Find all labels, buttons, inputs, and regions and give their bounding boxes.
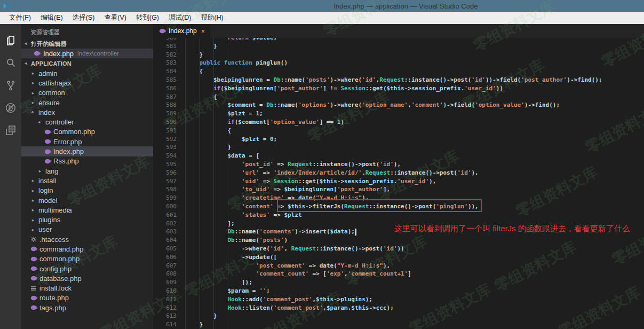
code-line: 587 {: [153, 93, 644, 101]
tree-item-label: .htaccess: [39, 236, 69, 244]
line-number: 613: [153, 312, 177, 320]
tree-folder-multimedia[interactable]: ▸multimedia: [21, 205, 153, 215]
tree-file-config-php[interactable]: config.php: [21, 264, 153, 273]
tree-folder-ensure[interactable]: ▸ensure: [21, 98, 153, 107]
code-line: 604 Db::name('posts'): [153, 236, 644, 245]
tree-item-label: user: [38, 225, 52, 233]
php-file-icon: [30, 266, 37, 271]
tree-item-label: install: [38, 177, 56, 185]
tree-file-rss-php[interactable]: Rss.php: [21, 156, 153, 166]
menu-item[interactable]: 帮助(H): [196, 12, 228, 24]
tree-item-label: catfishajax: [38, 79, 71, 87]
chevron-expanded-icon: ▸: [22, 40, 31, 48]
code-line: 581 }: [153, 42, 644, 51]
line-number: 597: [153, 177, 177, 186]
code-line: 610 $param = '';: [153, 287, 644, 295]
code-line: 580 return $value;: [153, 38, 644, 42]
code-line: 607 'post_comment' => date("Y-m-d H:i:s"…: [153, 262, 644, 270]
line-number: 589: [153, 109, 177, 118]
code-line: 613 }: [153, 312, 644, 320]
chevron-collapsed-icon: ▸: [30, 80, 36, 85]
tree-file-common-php[interactable]: common.php: [21, 254, 153, 264]
tree-item-label: plugins: [38, 216, 60, 224]
code-line: 583 public function pinglun(): [153, 59, 644, 67]
tree-file-common-php[interactable]: Common.php: [21, 127, 153, 137]
tree-folder-catfishajax[interactable]: ▸catfishajax: [21, 78, 153, 88]
line-number: 599: [153, 194, 177, 202]
tree-folder-common[interactable]: ▸common: [21, 88, 153, 98]
search-icon[interactable]: [0, 52, 21, 74]
tree-folder-admin[interactable]: ▸admin: [21, 68, 153, 78]
line-number: 596: [153, 169, 177, 177]
menu-item[interactable]: 转到(G): [131, 12, 164, 24]
php-file-icon: [30, 305, 37, 310]
menu-item[interactable]: 文件(F): [4, 12, 36, 24]
php-file-icon: [44, 159, 51, 164]
code-line: 614 }: [153, 320, 644, 329]
php-file-icon: [158, 28, 166, 34]
menu-item[interactable]: 选择(S): [68, 12, 100, 24]
code-line: 595 'post_id' => Request::instance()->po…: [153, 160, 644, 169]
tree-folder-model[interactable]: ▸model: [21, 195, 153, 205]
tree-folder-plugins[interactable]: ▸plugins: [21, 215, 153, 224]
tree-item-label: Rss.php: [53, 157, 79, 165]
debug-icon[interactable]: [0, 97, 21, 119]
code-editor[interactable]: 580 return $value;581 }582 }583 public f…: [153, 38, 644, 329]
line-number: 593: [153, 143, 177, 152]
tree-folder-install[interactable]: ▸install: [21, 176, 153, 185]
line-number: 610: [153, 287, 177, 295]
tree-folder-lang[interactable]: ▸lang: [21, 166, 153, 176]
tree-file-error-php[interactable]: Error.php: [21, 137, 153, 146]
tree-file-index-php[interactable]: Index.php: [21, 146, 153, 156]
tab-label: Index.php: [169, 27, 197, 35]
code-line: 609 ]);: [153, 278, 644, 287]
menu-bar: 文件(F)编辑(E)选择(S)查看(V)转到(G)调试(D)帮助(H): [0, 12, 644, 24]
chevron-collapsed-icon: ▸: [30, 227, 36, 232]
tree-folder-login[interactable]: ▸login: [21, 186, 153, 195]
tree-file--htaccess[interactable]: .htaccess: [21, 234, 153, 244]
tree-folder-user[interactable]: ▸user: [21, 225, 153, 234]
line-number: 592: [153, 135, 177, 144]
menu-item[interactable]: 编辑(E): [36, 12, 68, 24]
tab-indexphp[interactable]: Index.php ×: [153, 24, 210, 38]
section-application[interactable]: ▸ APPLICATION: [21, 58, 153, 68]
tree-folder-controller[interactable]: ▸controller: [21, 117, 153, 127]
line-number: 588: [153, 101, 177, 109]
close-tab-icon[interactable]: ×: [201, 27, 205, 35]
php-file-icon: [44, 129, 51, 135]
tree-item-label: common: [38, 89, 65, 97]
open-editor-item[interactable]: Index.php index\controller: [21, 49, 153, 58]
section-open-editors[interactable]: ▸ 打开的编辑器: [21, 39, 153, 49]
tree-file-database-php[interactable]: database.php: [21, 273, 153, 283]
file-tree: ▸admin▸catfishajax▸common▸ensure▸index▸c…: [21, 68, 153, 312]
tree-file-install-lock[interactable]: install.lock: [21, 284, 153, 293]
extensions-icon[interactable]: [0, 119, 21, 142]
tree-folder-index[interactable]: ▸index: [21, 107, 153, 117]
line-number: 612: [153, 304, 177, 312]
line-number: 587: [153, 93, 177, 101]
code-line: 596 'url' => 'index/Index/article/id/'.R…: [153, 169, 644, 177]
tree-item-label: install.lock: [39, 284, 71, 292]
editor-group: Index.php × 580 return $value;581 }582 }…: [153, 24, 644, 329]
tree-item-label: Index.php: [53, 147, 84, 155]
tree-item-label: lang: [45, 167, 59, 175]
php-file-icon: [44, 149, 51, 154]
code-line: 585 $beipinglunren = Db::name('posts')->…: [153, 76, 644, 84]
code-line: 597 'uid' => Session::get($this->session…: [153, 177, 644, 186]
activity-bar: [0, 24, 21, 329]
explorer-icon[interactable]: [0, 29, 21, 52]
code-line: 603 Db::name('comments')->insert($data);: [153, 228, 644, 236]
code-line: 612 Hook::listen('comment_post',$param,$…: [153, 304, 644, 312]
source-control-icon[interactable]: [0, 74, 21, 97]
tree-file-route-php[interactable]: route.php: [21, 293, 153, 303]
vscode-logo-icon: [3, 3, 11, 10]
menu-item[interactable]: 调试(D): [164, 12, 196, 24]
line-number: 591: [153, 127, 177, 135]
menu-item[interactable]: 查看(V): [99, 12, 131, 24]
chevron-collapsed-icon: ▸: [30, 198, 36, 203]
chevron-collapsed-icon: ▸: [30, 188, 36, 193]
line-number: 585: [153, 76, 177, 84]
tree-file-tags-php[interactable]: tags.php: [21, 303, 153, 312]
tree-file-command-php[interactable]: command.php: [21, 244, 153, 254]
php-file-icon: [30, 295, 37, 301]
